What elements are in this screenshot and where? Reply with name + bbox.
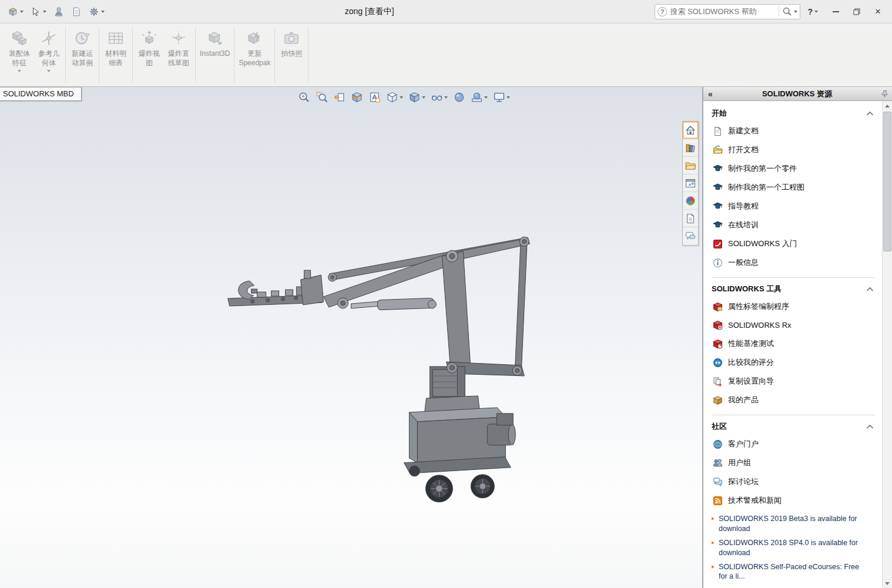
taskpane-item-performance-benchmark[interactable]: 性能基准测试 [712,334,876,353]
explode-line-sketch-icon [170,29,187,47]
taskpane-item-open-document[interactable]: 打开文档 [712,140,876,159]
news-link[interactable]: SOLIDWORKS Self-Paced eCourses: Free for… [712,560,876,584]
ribbon-button-bill-of-materials[interactable]: 材料明 细表 [101,23,130,86]
section-header-tools[interactable]: SOLIDWORKS 工具 [712,280,876,297]
section-header-community[interactable]: 社区 [712,418,876,435]
quick-access-toolbar [0,4,108,19]
taskpane-solidworks-resources: « SOLIDWORKS 资源 开始 新建文档 打开文档 制作我的第一个零件 制… [703,87,892,588]
tab-design-library[interactable] [683,139,698,157]
chevron-down-icon [18,70,21,72]
ribbon-separator [195,27,196,83]
taskpane-tab-strip [682,121,699,246]
users-icon [713,458,723,468]
scroll-down-button[interactable] [883,579,892,588]
graphics-area[interactable] [0,87,703,588]
tab-appearances-scenes[interactable] [683,192,698,210]
minimize-icon [833,11,839,12]
search-input[interactable] [670,7,779,16]
new-document-icon [713,126,723,136]
arrow-bullet-icon [712,517,715,520]
section-header-start[interactable]: 开始 [712,105,876,122]
arrow-up-icon [885,105,890,107]
ribbon-button-take-snapshot[interactable]: 拍快照 [277,23,306,86]
minimize-button[interactable] [825,3,846,21]
gear-icon [89,6,99,17]
tab-file-explorer[interactable] [683,157,698,174]
properties-document-icon [685,213,696,224]
taskpane-item-compare-score[interactable]: 比较我的评分 [712,353,876,372]
ribbon-button-reference-geometry[interactable]: 参考几 何体 [34,23,63,86]
close-icon: × [875,6,881,16]
taskpane-item-customer-portal[interactable]: 客户门户 [712,435,876,453]
command-manager-ribbon: 装配体 特征 参考几 何体 新建运 动算例 材料明 细表 爆炸视 图 爆炸直 线… [0,23,892,87]
search-icon [782,6,792,16]
ribbon-button-assembly-features[interactable]: 装配体 特征 [5,23,34,86]
divider [712,415,875,415]
help-search-box[interactable]: ? [655,4,800,19]
scroll-up-button[interactable] [883,101,892,110]
tab-solidworks-mbd[interactable]: SOLIDWORKS MBD [0,87,82,101]
taskpane-item-online-training[interactable]: 在线培训 [712,216,876,234]
pin-panel-button[interactable] [877,89,892,98]
taskpane-scrollbar[interactable] [882,101,892,588]
news-list: SOLIDWORKS 2019 Beta3 is available for d… [712,512,876,584]
books-icon [685,142,696,154]
chevron-up-icon [866,422,874,431]
restore-icon [853,8,860,15]
taskpane-body: 开始 新建文档 打开文档 制作我的第一个零件 制作我的第一个工程图 指导教程 在… [703,101,882,588]
taskpane-item-getting-started[interactable]: SOLIDWORKS 入门 [712,234,876,253]
taskpane-item-new-document[interactable]: 新建文档 [712,122,876,140]
options-button[interactable] [86,4,108,19]
chevron-down-icon [20,11,24,13]
file-properties-button[interactable] [51,4,67,19]
taskpane-item-copy-settings[interactable]: 复制设置向导 [712,372,876,391]
titlebar-right: ? ? × [655,3,892,21]
folder-icon [685,160,696,172]
tab-view-palette[interactable] [683,174,698,192]
ribbon-separator [234,27,234,83]
scrollbar-thumb[interactable] [883,112,891,251]
taskpane-item-user-groups[interactable]: 用户组 [712,453,876,472]
property-tab-builder-icon [713,302,723,312]
forum-bubbles-icon [713,477,723,487]
ribbon-button-explode-line-sketch[interactable]: 爆炸直 线草图 [164,23,193,86]
reference-geometry-icon [40,29,58,47]
ribbon-button-new-motion-study[interactable]: 新建运 动算例 [68,23,97,86]
tab-custom-properties[interactable] [683,210,698,227]
taskpane-item-solidworks-rx[interactable]: SOLIDWORKS Rx [712,316,876,334]
ribbon-button-exploded-view[interactable]: 爆炸视 图 [135,23,164,86]
close-button[interactable]: × [867,3,888,21]
taskpane-title: SOLIDWORKS 资源 [717,89,877,99]
rss-icon [713,496,723,506]
taskpane-item-general-info[interactable]: 一般信息 [712,253,876,272]
tab-solidworks-forum[interactable] [683,227,698,245]
graduation-cap-icon [713,201,723,211]
3d-model-robot-arm[interactable] [0,87,702,588]
news-link[interactable]: SOLIDWORKS 2019 Beta3 is available for d… [712,512,876,536]
taskpane-item-first-part[interactable]: 制作我的第一个零件 [712,159,876,178]
arrow-down-icon [885,582,890,585]
chevron-up-icon [866,285,874,294]
taskpane-item-discussion-forum[interactable]: 探讨论坛 [712,472,876,491]
news-link[interactable]: SOLIDWORKS 2018 SP4.0 is available for d… [712,536,876,560]
taskpane-item-property-tab-builder[interactable]: 属性标签编制程序 [712,297,876,316]
help-button[interactable]: ? [804,5,821,19]
new-document-button[interactable] [5,4,26,19]
search-submit-button[interactable] [779,6,797,16]
taskpane-item-tech-alerts-news[interactable]: 技术警戒和新闻 [712,491,876,510]
tab-solidworks-resources[interactable] [683,122,698,139]
taskpane-item-first-drawing[interactable]: 制作我的第一个工程图 [712,178,876,197]
ribbon-separator [274,27,275,83]
taskpane-item-my-products[interactable]: 我的产品 [712,391,876,409]
restore-button[interactable] [846,3,867,21]
update-speedpak-icon [246,29,263,47]
collapse-panel-button[interactable]: « [703,89,717,99]
chevron-down-icon [101,11,105,13]
open-folder-icon [713,145,723,155]
ribbon-button-instant3d[interactable]: Instant3D [197,23,232,86]
select-button[interactable] [28,4,49,19]
graduation-cap-icon [713,220,723,230]
ribbon-button-update-speedpak[interactable]: 更新 Speedpak [236,23,273,86]
taskpane-item-tutorials[interactable]: 指导教程 [712,197,876,216]
summary-info-button[interactable] [68,4,85,19]
